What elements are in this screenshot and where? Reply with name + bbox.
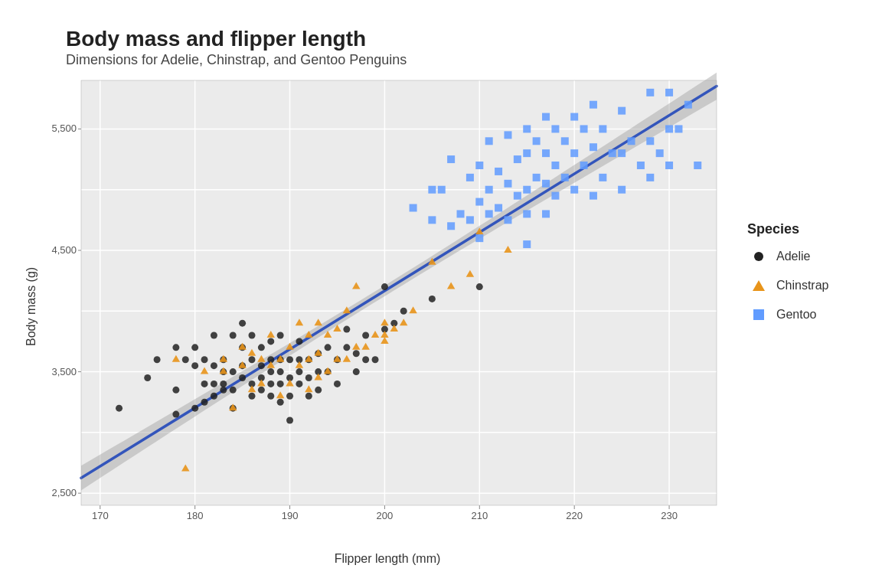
svg-rect-209 [590,100,597,108]
svg-point-229 [754,252,763,261]
svg-text:4,500: 4,500 [51,244,77,256]
svg-rect-225 [675,125,682,132]
svg-rect-173 [475,234,483,242]
svg-point-56 [220,386,227,393]
svg-point-76 [267,392,274,399]
svg-rect-199 [551,125,559,132]
legend: Species Adelie Chinstrap Gen [732,221,862,368]
svg-rect-221 [656,149,664,157]
chart-container: Body mass and flipper length Dimensions … [20,18,862,570]
svg-point-90 [296,381,302,387]
svg-point-109 [362,332,369,338]
svg-point-104 [343,344,350,351]
svg-rect-223 [665,125,673,132]
svg-text:180: 180 [187,510,204,521]
svg-point-72 [258,386,265,393]
svg-rect-203 [570,149,578,157]
svg-point-46 [191,404,198,411]
svg-point-105 [343,325,350,332]
svg-point-75 [258,344,265,351]
svg-point-44 [172,344,179,351]
chart-body: Body mass (g) 1801902002102202301702,500… [20,71,732,573]
svg-point-43 [172,386,179,393]
svg-point-95 [305,374,312,381]
svg-rect-202 [570,185,578,193]
svg-point-70 [248,356,255,363]
svg-text:190: 190 [282,510,299,521]
svg-rect-226 [684,100,692,108]
svg-text:220: 220 [566,510,583,521]
chart-area: Body mass and flipper length Dimensions … [20,18,732,570]
svg-rect-206 [580,125,588,132]
svg-rect-175 [475,162,483,169]
svg-point-108 [362,356,369,363]
svg-rect-193 [542,210,550,217]
svg-point-52 [211,392,217,399]
svg-rect-184 [514,191,521,199]
svg-rect-231 [753,309,764,320]
svg-rect-178 [485,137,493,145]
svg-rect-165 [428,185,436,193]
legend-label-gentoo: Gentoo [776,308,816,322]
svg-point-57 [220,381,227,387]
svg-point-102 [334,381,341,387]
svg-point-40 [144,374,151,381]
svg-rect-185 [514,155,521,163]
svg-point-42 [172,410,179,417]
svg-text:5,500: 5,500 [51,122,77,134]
svg-rect-174 [475,198,483,205]
svg-rect-222 [665,162,673,169]
legend-symbol-adelie [747,250,770,263]
svg-rect-194 [542,179,550,187]
svg-rect-179 [495,204,502,211]
svg-point-62 [230,368,237,375]
svg-text:170: 170 [92,510,109,521]
svg-rect-197 [551,191,559,199]
svg-rect-190 [523,240,531,248]
svg-point-48 [191,344,198,351]
svg-rect-214 [618,149,626,157]
svg-rect-205 [580,162,588,169]
svg-rect-169 [447,222,455,230]
svg-rect-220 [646,88,654,96]
legend-triangle-icon [752,279,766,292]
svg-point-49 [201,398,208,405]
svg-point-81 [277,398,284,405]
x-axis-label: Flipper length (mm) [43,545,732,573]
svg-rect-164 [410,204,417,211]
svg-text:200: 200 [377,510,394,521]
svg-point-83 [277,368,284,375]
svg-rect-213 [618,185,626,193]
svg-point-106 [353,368,360,375]
svg-point-115 [429,296,436,302]
svg-rect-207 [590,191,597,199]
svg-point-93 [296,338,302,345]
svg-rect-187 [523,185,531,193]
svg-point-54 [211,362,217,369]
legend-item-adelie: Adelie [747,250,862,263]
y-axis-label: Body mass (g) [20,71,43,542]
svg-point-71 [248,332,255,338]
svg-rect-218 [646,173,654,181]
svg-rect-177 [485,185,493,193]
chart-subtitle: Dimensions for Adelie, Chinstrap, and Ge… [66,52,732,68]
legend-title: Species [747,221,862,237]
svg-rect-182 [504,179,511,187]
svg-point-53 [211,381,217,387]
svg-point-41 [154,356,161,363]
svg-rect-215 [618,106,626,114]
svg-point-74 [258,362,265,369]
svg-rect-171 [466,173,474,181]
svg-point-67 [239,319,246,326]
svg-point-107 [353,350,360,357]
svg-rect-217 [637,162,645,169]
svg-rect-181 [504,216,511,224]
svg-point-63 [230,332,237,338]
svg-rect-219 [646,137,654,145]
svg-rect-183 [504,131,511,139]
svg-rect-191 [533,173,541,181]
svg-point-82 [277,381,284,387]
svg-rect-195 [542,149,550,157]
svg-point-101 [325,344,332,351]
legend-label-adelie: Adelie [776,250,810,263]
